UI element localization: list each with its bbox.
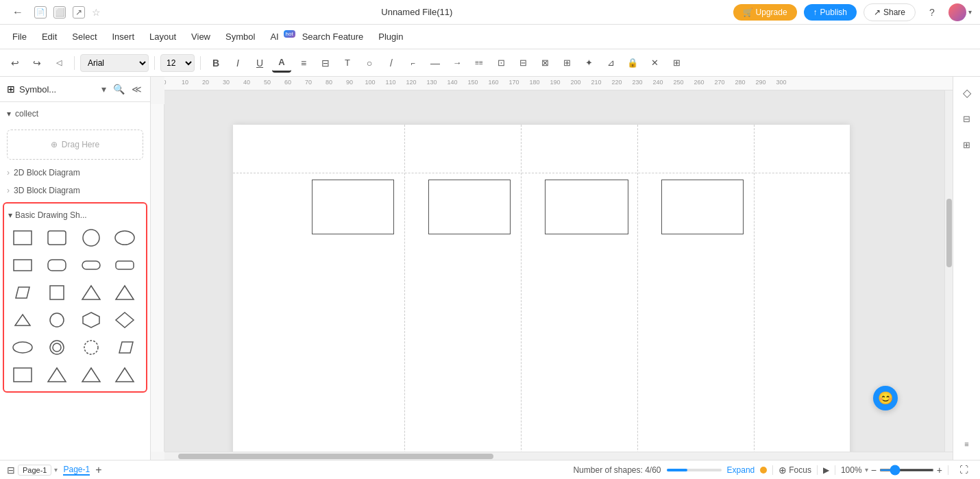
zoom-dropdown[interactable]: ▾ bbox=[865, 466, 868, 474]
back-history-button[interactable]: ◁ bbox=[49, 53, 69, 73]
table-button[interactable]: ⊞ bbox=[667, 53, 686, 73]
shape-triangle-right[interactable] bbox=[110, 280, 139, 305]
undo-button[interactable]: ↩ bbox=[5, 53, 25, 73]
sidebar-search-button[interactable]: 🔍 bbox=[112, 82, 126, 96]
font-family-select[interactable]: Arial bbox=[80, 54, 149, 72]
line-style-button[interactable]: — bbox=[426, 53, 445, 73]
shape-parallelogram-left[interactable] bbox=[8, 280, 37, 305]
shape-order-back[interactable]: ⊠ bbox=[535, 53, 554, 73]
bold-button[interactable]: B bbox=[206, 53, 225, 73]
right-panel-diamond-button[interactable]: ◇ bbox=[957, 82, 977, 103]
upgrade-button[interactable]: 🛒 Upgrade bbox=[733, 4, 797, 21]
shape-partial-3[interactable] bbox=[77, 363, 106, 387]
right-panel-layout-button[interactable]: ⊟ bbox=[957, 108, 977, 129]
menu-symbol[interactable]: Symbol bbox=[219, 29, 262, 45]
shape-order-front[interactable]: ⊞ bbox=[557, 53, 576, 73]
shape-hexagon[interactable] bbox=[77, 308, 106, 332]
favorite-icon[interactable]: ☆ bbox=[92, 7, 101, 18]
zoom-slider[interactable] bbox=[879, 469, 934, 471]
right-panel-grid-button[interactable]: ⊞ bbox=[957, 134, 977, 155]
publish-button[interactable]: ↑ Publish bbox=[804, 4, 857, 21]
shape-small-rect[interactable] bbox=[8, 253, 37, 278]
menu-edit[interactable]: Edit bbox=[35, 29, 64, 45]
sidebar-item-2d-block[interactable]: › 2D Block Diagram bbox=[0, 164, 150, 182]
menu-search-feature[interactable]: Search Feature bbox=[295, 29, 371, 45]
filter-button[interactable]: ⊿ bbox=[601, 53, 620, 73]
horizontal-scrollbar-thumb[interactable] bbox=[178, 454, 493, 459]
shape-oval-wide[interactable] bbox=[8, 335, 37, 360]
shape-triangle-sm[interactable] bbox=[8, 308, 37, 332]
vertical-scrollbar-thumb[interactable] bbox=[946, 199, 952, 267]
connector-button[interactable]: ⌐ bbox=[404, 53, 423, 73]
line-options-button[interactable]: ≡≡ bbox=[469, 53, 489, 73]
focus-button[interactable]: ⊕ Focus bbox=[779, 465, 811, 476]
effects-button[interactable]: ✦ bbox=[579, 53, 598, 73]
drag-here-zone[interactable]: ⊕ Drag Here bbox=[7, 130, 143, 160]
font-size-select[interactable]: 12 bbox=[160, 54, 195, 72]
export-icon[interactable]: ↗ bbox=[73, 6, 85, 19]
align-button[interactable]: ≡ bbox=[294, 53, 313, 73]
fullscreen-button[interactable]: ⛶ bbox=[954, 460, 973, 480]
italic-button[interactable]: I bbox=[228, 53, 247, 73]
shape-circle-sm[interactable] bbox=[42, 308, 71, 332]
menu-layout[interactable]: Layout bbox=[143, 29, 183, 45]
collect-header[interactable]: ▾ collect bbox=[7, 106, 143, 121]
canvas-shape-1[interactable] bbox=[312, 180, 394, 234]
shape-rect-outline[interactable] bbox=[8, 363, 37, 387]
delete-button[interactable]: ✕ bbox=[645, 53, 664, 73]
play-button[interactable]: ▶ bbox=[823, 465, 829, 475]
horizontal-scrollbar[interactable] bbox=[164, 452, 953, 460]
sidebar-item-3d-block[interactable]: › 3D Block Diagram bbox=[0, 182, 150, 199]
zoom-in-button[interactable]: + bbox=[937, 465, 942, 476]
menu-ai[interactable]: AI hot bbox=[263, 29, 293, 45]
shape-triangle-outline[interactable] bbox=[42, 363, 71, 387]
canvas-shape-4[interactable] bbox=[661, 180, 744, 234]
shape-parallelogram-right[interactable] bbox=[110, 335, 139, 360]
add-page-button[interactable]: + bbox=[95, 464, 101, 476]
menu-insert[interactable]: Insert bbox=[106, 29, 142, 45]
redo-button[interactable]: ↪ bbox=[27, 53, 47, 73]
underline-button[interactable]: U bbox=[250, 53, 269, 73]
shape-wide-rounded[interactable] bbox=[110, 253, 139, 278]
share-button[interactable]: ↗ Share bbox=[863, 3, 916, 21]
shape-pill[interactable] bbox=[77, 253, 106, 278]
shape-rect-solid[interactable] bbox=[8, 225, 37, 250]
new-tab-icon[interactable]: ⬜ bbox=[53, 6, 66, 19]
basic-drawing-header[interactable]: ▾ Basic Drawing Sh... bbox=[8, 208, 142, 225]
shape-align-tl[interactable]: ⊡ bbox=[491, 53, 511, 73]
shape-diamond[interactable] bbox=[110, 308, 139, 332]
canvas-fab-button[interactable]: 😊 bbox=[873, 386, 898, 410]
sidebar-collapse-button[interactable]: ≪ bbox=[130, 82, 143, 96]
shape-circle-double[interactable] bbox=[42, 335, 71, 360]
align-options-button[interactable]: ⊟ bbox=[316, 53, 335, 73]
shape-triangle-up[interactable] bbox=[77, 280, 106, 305]
shape-ellipse[interactable] bbox=[110, 225, 139, 250]
shape-align-tc[interactable]: ⊟ bbox=[513, 53, 532, 73]
right-panel-collapse-button[interactable]: ≡ bbox=[957, 434, 977, 454]
menu-file[interactable]: File bbox=[5, 29, 34, 45]
menu-view[interactable]: View bbox=[184, 29, 217, 45]
page-1-dropdown[interactable]: ▾ bbox=[54, 466, 58, 474]
draw-tool-button[interactable]: ○ bbox=[360, 53, 379, 73]
font-color-button[interactable]: A bbox=[272, 53, 291, 73]
shape-circle-dashed[interactable] bbox=[77, 335, 106, 360]
zoom-out-button[interactable]: − bbox=[871, 465, 877, 476]
canvas-area[interactable]: 😊 bbox=[164, 90, 953, 452]
menu-plugin[interactable]: Plugin bbox=[371, 29, 410, 45]
page-active-tab[interactable]: Page-1 bbox=[63, 465, 90, 476]
vertical-scrollbar[interactable] bbox=[944, 90, 953, 452]
shape-square[interactable] bbox=[42, 280, 71, 305]
shape-rounded-rect2[interactable] bbox=[42, 253, 71, 278]
line-tool-button[interactable]: / bbox=[382, 53, 401, 73]
lock-button[interactable]: 🔒 bbox=[623, 53, 642, 73]
canvas-shape-3[interactable] bbox=[545, 180, 628, 234]
shape-rect-rounded[interactable] bbox=[42, 225, 71, 250]
sidebar-expand-icon[interactable]: ▾ bbox=[100, 82, 108, 96]
text-style-button[interactable]: T bbox=[338, 53, 357, 73]
user-avatar[interactable]: ▾ bbox=[948, 3, 972, 21]
back-button[interactable]: ← bbox=[8, 3, 27, 22]
menu-select[interactable]: Select bbox=[65, 29, 103, 45]
arrow-style-button[interactable]: → bbox=[448, 53, 467, 73]
help-button[interactable]: ? bbox=[922, 3, 942, 22]
canvas-shape-2[interactable] bbox=[428, 180, 511, 234]
